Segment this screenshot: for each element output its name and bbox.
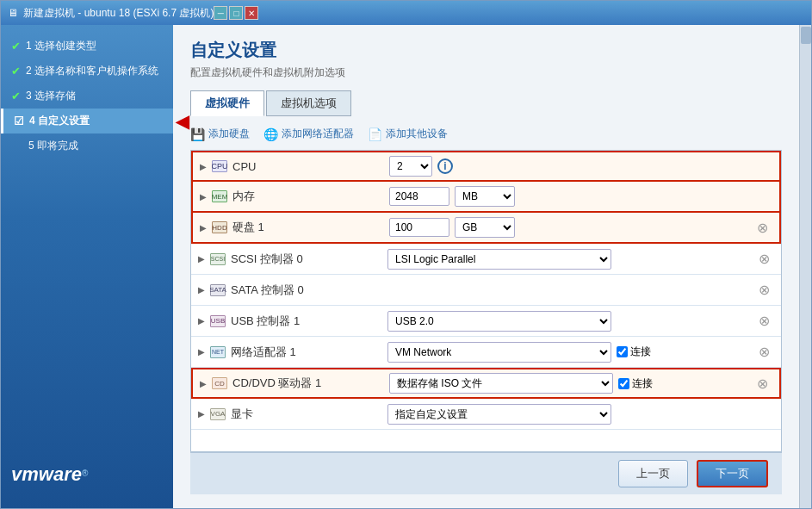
usb1-action: ⊗: [753, 313, 774, 329]
add-other-button[interactable]: 📄 添加其他设备: [368, 127, 448, 141]
sata0-action: ⊗: [753, 282, 774, 298]
usb1-expand-arrow[interactable]: ▶: [198, 316, 205, 326]
close-button[interactable]: ✕: [245, 6, 258, 20]
add-disk-label: 添加硬盘: [208, 127, 250, 141]
sidebar-item-step4[interactable]: ☑ 4 自定义设置 ◀: [1, 109, 173, 133]
right-panel: 自定义设置 配置虚拟机硬件和虚拟机附加选项 虚拟硬件 虚拟机选项 💾 添加硬盘 …: [173, 25, 799, 508]
scsi0-expand-arrow[interactable]: ▶: [198, 254, 205, 264]
sata0-label: SATA 控制器 0: [231, 282, 304, 298]
scsi0-remove-button[interactable]: ⊗: [759, 251, 770, 267]
cpu-icon: CPU: [212, 160, 227, 172]
usb1-type-select[interactable]: USB 2.0 USB 3.0: [387, 311, 611, 332]
scsi0-value-area: LSI Logic Parallel LSI Logic SAS VMware …: [387, 249, 753, 270]
window-title: 新建虚拟机 - ubuntu 18 (ESXi 6.7 虚拟机): [23, 6, 214, 21]
table-row-cpu: ▶ CPU CPU 1 2 4 8 16 i: [191, 151, 781, 182]
scrollbar-thumb[interactable]: [801, 27, 811, 44]
sata0-expand-arrow[interactable]: ▶: [198, 285, 205, 295]
tab-bar: 虚拟硬件 虚拟机选项: [190, 90, 782, 116]
check-icon-step1: ✔: [11, 40, 21, 53]
nic1-connect-checkbox[interactable]: [617, 346, 628, 357]
table-row-nic1: ▶ NET 网络适配器 1 VM Network 连接: [191, 337, 781, 368]
sidebar-item-step5[interactable]: 5 即将完成: [1, 133, 173, 158]
sidebar-item-step1[interactable]: ✔ 1 选择创建类型: [1, 34, 173, 59]
sidebar-item-step2[interactable]: ✔ 2 选择名称和客户机操作系统: [1, 59, 173, 84]
cddvd1-expand-arrow[interactable]: ▶: [200, 379, 207, 388]
cddvd1-connect-checkbox[interactable]: [618, 378, 629, 389]
usb1-row-name: ▶ USB USB 控制器 1: [198, 313, 387, 329]
checkbox-icon-step4: ☑: [14, 115, 24, 127]
nic1-action: ⊗: [753, 344, 774, 360]
sata0-icon: SATA: [210, 284, 226, 296]
disk1-expand-arrow[interactable]: ▶: [200, 223, 207, 233]
nic1-expand-arrow[interactable]: ▶: [198, 347, 205, 357]
memory-icon: MEM: [212, 190, 227, 202]
cddvd1-type-select[interactable]: 数据存储 ISO 文件 客户机设备 主机设备: [389, 373, 613, 394]
check-icon-step3: ✔: [11, 90, 21, 102]
vmware-logo: vmware®: [1, 450, 173, 500]
sidebar-label-step2: 2 选择名称和客户机操作系统: [26, 64, 158, 78]
table-row-memory: ▶ MEM 内存 MB GB: [191, 182, 781, 213]
vga-type-select[interactable]: 指定自定义设置: [387, 404, 611, 425]
disk1-icon: HDD: [212, 221, 227, 233]
vga-expand-arrow[interactable]: ▶: [198, 409, 205, 419]
prev-button[interactable]: 上一页: [618, 460, 688, 487]
tab-hardware[interactable]: 虚拟硬件: [190, 90, 264, 116]
scsi0-type-select[interactable]: LSI Logic Parallel LSI Logic SAS VMware …: [387, 249, 611, 270]
sidebar-label-step4: 4 自定义设置: [29, 114, 90, 128]
add-other-icon: 📄: [368, 127, 382, 141]
window-icon: 🖥: [8, 7, 18, 19]
disk1-row-name: ▶ HDD 硬盘 1: [200, 220, 389, 235]
scsi0-label: SCSI 控制器 0: [231, 251, 303, 267]
nic1-remove-button[interactable]: ⊗: [759, 344, 770, 360]
add-disk-icon: 💾: [190, 127, 205, 141]
cpu-row-name: ▶ CPU CPU: [200, 160, 389, 173]
cddvd1-remove-button[interactable]: ⊗: [757, 376, 768, 392]
cpu-expand-arrow[interactable]: ▶: [200, 162, 207, 171]
table-row-sata0: ▶ SATA SATA 控制器 0 ⊗: [191, 275, 781, 306]
nic1-icon: NET: [210, 346, 226, 358]
sidebar-arrow-step4: ◀: [176, 111, 189, 132]
page-title: 自定义设置: [190, 39, 782, 62]
window-controls: ─ □ ✕: [214, 6, 258, 20]
title-bar: 🖥 新建虚拟机 - ubuntu 18 (ESXi 6.7 虚拟机) ─ □ ✕: [1, 1, 811, 25]
usb1-value-area: USB 2.0 USB 3.0: [387, 311, 753, 332]
sidebar-label-step5: 5 即将完成: [28, 139, 78, 153]
disk1-unit-select[interactable]: MB GB TB: [455, 217, 515, 238]
vga-icon: VGA: [210, 408, 226, 420]
scsi0-icon: SCSI: [210, 253, 226, 265]
cddvd1-row-name: ▶ CD CD/DVD 驱动器 1: [200, 376, 389, 391]
usb1-icon: USB: [210, 315, 226, 327]
cpu-value-area: 1 2 4 8 16 i: [389, 156, 752, 177]
sidebar-item-step3[interactable]: ✔ 3 选择存储: [1, 84, 173, 109]
table-row-cddvd1: ▶ CD CD/DVD 驱动器 1 数据存储 ISO 文件 客户机设备 主机设备…: [191, 368, 781, 399]
maximize-button[interactable]: □: [229, 6, 243, 20]
tab-options[interactable]: 虚拟机选项: [266, 90, 351, 116]
memory-expand-arrow[interactable]: ▶: [200, 192, 207, 202]
minimize-button[interactable]: ─: [214, 6, 227, 20]
disk1-action: ⊗: [752, 220, 772, 236]
add-nic-label: 添加网络适配器: [282, 127, 354, 141]
cpu-info-icon[interactable]: i: [437, 158, 453, 174]
disk1-label: 硬盘 1: [232, 220, 264, 235]
scrollbar[interactable]: [799, 25, 811, 508]
memory-value-input[interactable]: [389, 187, 449, 206]
sata0-remove-button[interactable]: ⊗: [759, 282, 770, 298]
disk1-remove-button[interactable]: ⊗: [757, 220, 768, 236]
cpu-count-select[interactable]: 1 2 4 8 16: [389, 156, 432, 177]
sidebar-label-step1: 1 选择创建类型: [26, 39, 96, 53]
memory-row-name: ▶ MEM 内存: [200, 189, 389, 204]
memory-unit-select[interactable]: MB GB: [455, 186, 515, 207]
usb1-label: USB 控制器 1: [231, 313, 300, 329]
add-nic-button[interactable]: 🌐 添加网络适配器: [263, 127, 354, 141]
add-disk-button[interactable]: 💾 添加硬盘: [190, 127, 250, 141]
cddvd1-action: ⊗: [752, 376, 772, 392]
sidebar-label-step3: 3 选择存储: [26, 89, 76, 103]
next-button[interactable]: 下一页: [697, 460, 768, 487]
vga-row-name: ▶ VGA 显卡: [198, 407, 387, 422]
usb1-remove-button[interactable]: ⊗: [759, 313, 770, 329]
nic1-network-select[interactable]: VM Network: [387, 342, 611, 363]
page-subtitle: 配置虚拟机硬件和虚拟机附加选项: [190, 65, 782, 80]
add-nic-icon: 🌐: [263, 127, 278, 141]
disk1-value-input[interactable]: [389, 218, 449, 237]
add-other-label: 添加其他设备: [386, 127, 448, 141]
